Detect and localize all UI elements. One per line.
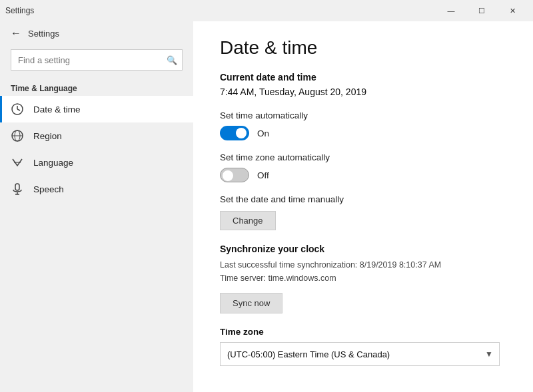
sync-now-button[interactable]: Sync now	[220, 293, 282, 313]
search-input[interactable]	[11, 49, 183, 71]
set-time-auto-label: Set time automatically	[220, 110, 512, 120]
timezone-select-wrap: (UTC-12:00) International Date Line West…	[220, 342, 500, 366]
search-box: 🔍	[11, 49, 183, 71]
set-timezone-auto-toggle-row: Off	[220, 168, 512, 182]
current-datetime-heading: Current date and time	[220, 72, 512, 83]
sidebar-item-language[interactable]: Language	[0, 149, 193, 176]
current-datetime-value: 7:44 AM, Tuesday, August 20, 2019	[220, 87, 512, 97]
toggle-knob-time-auto	[236, 128, 247, 138]
minimize-button[interactable]: —	[436, 0, 466, 21]
set-time-auto-toggle[interactable]	[220, 126, 249, 140]
sidebar-item-label-region: Region	[33, 131, 62, 141]
speech-icon	[11, 182, 24, 196]
sync-info: Last successful time synchronization: 8/…	[220, 258, 512, 285]
sidebar-item-date-time[interactable]: Date & time	[0, 96, 193, 122]
language-icon	[11, 156, 24, 169]
set-time-auto-toggle-row: On	[220, 126, 512, 140]
timezone-label: Time zone	[220, 327, 512, 337]
title-bar: Settings — ☐ ✕	[0, 0, 533, 21]
title-bar-title: Settings	[5, 6, 34, 15]
maximize-button[interactable]: ☐	[466, 0, 497, 21]
sidebar-item-label-date-time: Date & time	[33, 104, 81, 114]
sidebar-item-speech[interactable]: Speech	[0, 176, 193, 202]
page-title: Date & time	[220, 37, 512, 59]
date-time-icon	[11, 102, 24, 116]
search-icon: 🔍	[167, 55, 177, 65]
sidebar-item-label-language: Language	[33, 158, 73, 168]
set-timezone-auto-label: Set time zone automatically	[220, 152, 512, 162]
main-content: Date & time Current date and time 7:44 A…	[193, 21, 533, 392]
sync-section: Synchronize your clock Last successful t…	[220, 244, 512, 313]
last-sync-text: Last successful time synchronization: 8/…	[220, 258, 512, 272]
title-bar-controls: — ☐ ✕	[436, 0, 528, 21]
toggle-knob-timezone-auto	[223, 170, 233, 181]
sidebar-item-label-speech: Speech	[33, 184, 64, 194]
timezone-select[interactable]: (UTC-12:00) International Date Line West…	[220, 342, 500, 366]
svg-line-2	[17, 109, 20, 110]
app-container: ← Settings 🔍 Time & Language Date & time	[0, 21, 533, 392]
set-time-auto-toggle-label: On	[257, 128, 269, 138]
set-manually-label: Set the date and time manually	[220, 194, 512, 204]
sync-heading: Synchronize your clock	[220, 244, 512, 254]
sidebar: ← Settings 🔍 Time & Language Date & time	[0, 21, 193, 392]
set-timezone-auto-toggle[interactable]	[220, 168, 249, 182]
change-button[interactable]: Change	[220, 211, 276, 230]
back-arrow-icon: ←	[11, 28, 21, 39]
time-server-text: Time server: time.windows.com	[220, 272, 512, 285]
svg-rect-7	[15, 184, 19, 190]
region-icon	[11, 129, 24, 142]
back-button[interactable]: ← Settings	[0, 21, 193, 45]
sidebar-item-region[interactable]: Region	[0, 122, 193, 149]
sidebar-section-title: Time & Language	[0, 79, 193, 96]
set-timezone-auto-toggle-label: Off	[257, 170, 269, 180]
back-label: Settings	[28, 29, 59, 39]
close-button[interactable]: ✕	[497, 0, 528, 21]
